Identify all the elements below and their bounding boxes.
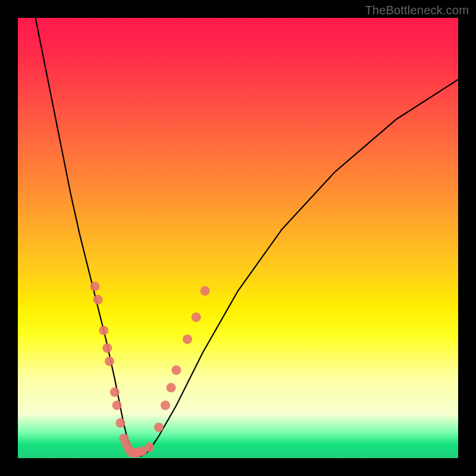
- marker-dot: [99, 325, 108, 335]
- marker-dot: [115, 418, 125, 428]
- chart-frame: TheBottleneck.com: [0, 0, 476, 476]
- marker-dot: [192, 312, 201, 322]
- marker-dot: [102, 343, 112, 353]
- marker-dot: [167, 383, 176, 393]
- marker-dot: [154, 422, 164, 432]
- marker-dot: [171, 365, 181, 375]
- marker-dot: [161, 400, 170, 410]
- marker-dot: [183, 334, 192, 344]
- curve-layer: [18, 18, 458, 458]
- marker-dot: [93, 295, 103, 305]
- marker-dot: [112, 400, 122, 410]
- marker-dot: [110, 387, 120, 397]
- marker-dot: [145, 443, 154, 452]
- bottleneck-curve: [36, 18, 458, 456]
- marker-dot: [201, 286, 210, 296]
- marker-dot: [105, 356, 114, 366]
- plot-area: [18, 18, 458, 458]
- highlight-dots: [90, 281, 210, 458]
- watermark-label: TheBottleneck.com: [365, 4, 469, 17]
- marker-dot: [90, 281, 100, 291]
